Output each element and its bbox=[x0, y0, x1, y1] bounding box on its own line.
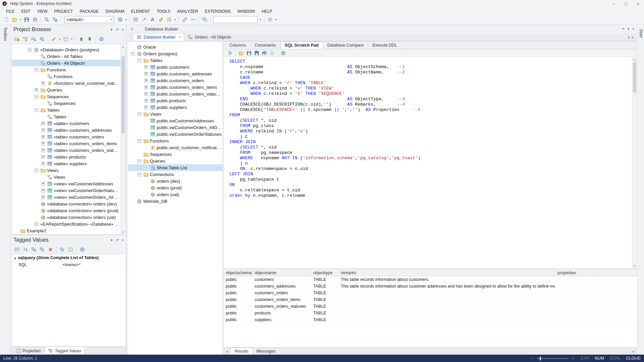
pin-icon[interactable] bbox=[115, 28, 119, 32]
tree-item[interactable]: +«table» customers_orders_statuses bbox=[12, 147, 120, 154]
collapse-icon[interactable]: − bbox=[35, 68, 38, 72]
scroll-down-icon[interactable]: ▾ bbox=[632, 263, 637, 268]
menu-edit[interactable]: EDIT bbox=[18, 8, 34, 15]
menu-extensions[interactable]: EXTENSIONS bbox=[201, 8, 234, 15]
collapse-icon[interactable]: − bbox=[138, 112, 141, 116]
tree-item[interactable]: +public.customers_orders_statuses bbox=[128, 90, 222, 97]
zoom-slider[interactable] bbox=[537, 358, 569, 359]
tree-item[interactable]: +«view» vwCustomerOrderStatuses bbox=[12, 187, 120, 194]
tagged-value-row[interactable]: SQL<memo>* bbox=[12, 261, 125, 268]
expand-icon[interactable]: + bbox=[144, 72, 148, 76]
sortcat-button[interactable] bbox=[13, 246, 21, 253]
layout-button[interactable] bbox=[62, 35, 70, 43]
tree-item[interactable]: Views bbox=[12, 174, 120, 180]
tree-item[interactable]: +public.suppliers bbox=[128, 104, 222, 111]
dock-tab-tagged-values[interactable]: Tagged Values bbox=[45, 347, 85, 355]
pencil-button[interactable] bbox=[50, 35, 58, 43]
vertical-scrollbar[interactable]: ▴ ▾ bbox=[120, 44, 125, 234]
tab-columns[interactable]: Columns bbox=[225, 42, 250, 49]
tree-item[interactable]: Sequences bbox=[12, 100, 120, 107]
tree-item[interactable]: +«table» customers_addresses bbox=[12, 127, 120, 133]
tree-item[interactable]: +public.customers_addresses bbox=[128, 70, 222, 77]
scrollbar-thumb[interactable] bbox=[121, 56, 125, 133]
collapse-icon[interactable]: − bbox=[35, 95, 38, 99]
start-tab[interactable]: Start bbox=[639, 29, 643, 38]
tree-item[interactable]: orders (uat) bbox=[128, 191, 222, 198]
view-tab-database-builder[interactable]: Database Builder× bbox=[133, 33, 184, 41]
tree-item[interactable]: orders (prod) bbox=[128, 184, 222, 191]
run-button[interactable] bbox=[226, 50, 234, 56]
tree-item[interactable]: +public.customers bbox=[128, 64, 222, 70]
zoom-slider-thumb[interactable] bbox=[540, 357, 541, 360]
dots-button[interactable] bbox=[189, 16, 197, 23]
menu-analyzer[interactable]: ANALYZER bbox=[174, 8, 201, 15]
expand-icon[interactable]: + bbox=[41, 162, 45, 166]
collapse-icon[interactable]: − bbox=[138, 159, 141, 163]
dropdown-caret-icon[interactable]: ▾ bbox=[70, 38, 73, 41]
tree-item[interactable]: Oracle bbox=[128, 44, 222, 50]
dropdown-caret-icon[interactable]: ▾ bbox=[124, 18, 128, 21]
tree-item[interactable]: Tables bbox=[12, 113, 120, 120]
menu-diagram[interactable]: DIAGRAM bbox=[102, 8, 128, 15]
results-row[interactable]: publiccustomers_ordersTABLE bbox=[224, 290, 637, 296]
tree-item[interactable]: +public.products bbox=[128, 97, 222, 104]
save-button[interactable] bbox=[22, 16, 31, 23]
panel-menu-icon[interactable]: ▾ bbox=[111, 27, 113, 32]
new-package-button[interactable] bbox=[13, 35, 21, 43]
menu-tools[interactable]: TOOLS bbox=[153, 8, 173, 15]
results-column-header[interactable]: remarks bbox=[339, 269, 555, 276]
find-button[interactable] bbox=[38, 35, 46, 43]
tab-database-compare[interactable]: Database Compare bbox=[323, 42, 368, 49]
statusbar-scrl-indicator[interactable]: SCRL bbox=[609, 356, 621, 361]
tree-item[interactable]: −Tables bbox=[12, 107, 120, 113]
tag-edit-button[interactable] bbox=[38, 246, 46, 253]
expand-icon[interactable]: + bbox=[144, 79, 148, 82]
expand-icon[interactable]: + bbox=[41, 155, 45, 159]
scroll-tabs-right-icon[interactable]: ▸ bbox=[632, 35, 634, 39]
expand-icon[interactable]: + bbox=[144, 99, 148, 103]
open-folder-button[interactable] bbox=[237, 50, 245, 56]
collapse-icon[interactable]: − bbox=[28, 48, 32, 52]
tree-item[interactable]: −Views bbox=[12, 167, 120, 174]
results-column-header[interactable]: objectname bbox=[253, 269, 311, 276]
chevron-down-icon[interactable]: ▾ bbox=[628, 27, 630, 31]
new-file-button[interactable] bbox=[2, 16, 10, 23]
tab-constraints[interactable]: Constraints bbox=[250, 42, 280, 49]
close-icon[interactable]: × bbox=[122, 238, 124, 242]
expand-icon[interactable]: + bbox=[41, 182, 45, 186]
tree-item[interactable]: «database connection» orders (uat) bbox=[12, 214, 120, 221]
target-button[interactable] bbox=[116, 16, 124, 23]
collapse-icon[interactable]: − bbox=[138, 59, 141, 62]
new-diagram-button[interactable] bbox=[21, 35, 29, 43]
tree-item[interactable]: +«table» suppliers bbox=[12, 160, 120, 167]
tree-item[interactable]: +public.customers_orders bbox=[128, 77, 222, 84]
dock-tab-properties[interactable]: Properties bbox=[12, 347, 44, 355]
tree-item[interactable]: −Functions bbox=[12, 66, 120, 73]
zoom-in-button[interactable]: + bbox=[570, 356, 575, 361]
statusbar-cap-indicator[interactable]: CAP bbox=[581, 356, 589, 361]
tree-item[interactable]: +Queries bbox=[12, 86, 120, 93]
grid-button[interactable] bbox=[131, 16, 140, 23]
tree-item[interactable]: +«table» customers_orders_items bbox=[12, 140, 120, 147]
group-expander-icon[interactable]: ◢ bbox=[14, 256, 16, 259]
vertical-scrollbar[interactable]: ▴ ▾ bbox=[632, 57, 637, 268]
small-grid-button[interactable] bbox=[266, 16, 274, 23]
dropdown-caret-icon[interactable]: ▾ bbox=[58, 38, 61, 41]
tree-button[interactable] bbox=[51, 16, 59, 23]
checklist-button[interactable] bbox=[66, 246, 74, 253]
menu-help[interactable]: HELP bbox=[258, 8, 275, 15]
tree-item[interactable]: public.vwCustomerAddresses bbox=[128, 117, 222, 124]
results-column-header[interactable]: objectschema bbox=[224, 269, 253, 276]
tree-item[interactable]: Sequences bbox=[128, 151, 222, 158]
tagged-values-group[interactable]: ◢ sqlquery (Show Complete List of Tables… bbox=[12, 254, 125, 261]
tree-item[interactable]: −Views bbox=[128, 111, 222, 117]
tag-value[interactable]: <memo>* bbox=[60, 261, 125, 268]
results-row[interactable]: publiccustomers_addressesTABLEThis table… bbox=[224, 283, 637, 290]
pin-button[interactable] bbox=[140, 16, 148, 23]
print-button[interactable] bbox=[31, 16, 39, 23]
tree-item[interactable]: +«table» customers bbox=[12, 120, 120, 127]
scroll-tabs-right-icon[interactable]: ▸ bbox=[630, 348, 637, 355]
expand-icon[interactable]: + bbox=[41, 81, 45, 85]
minimize-button[interactable]: – bbox=[608, 0, 620, 7]
tree-item[interactable]: orders (dev) bbox=[128, 178, 222, 184]
